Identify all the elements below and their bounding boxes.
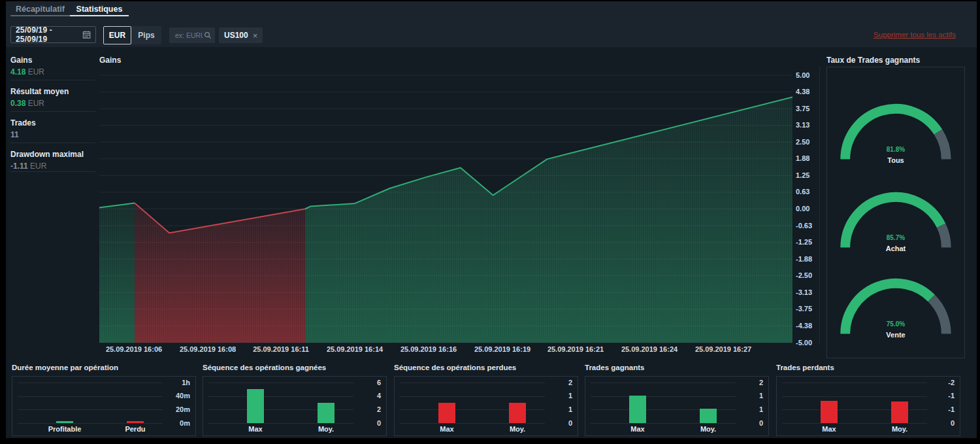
y-axis-tick-label: 1.25 bbox=[796, 171, 809, 180]
y-axis-tick-label: -3.75 bbox=[796, 305, 812, 313]
summary-divider bbox=[10, 111, 95, 112]
gains-area-chart bbox=[99, 67, 792, 347]
mini-x-category-label: Moy. bbox=[682, 425, 734, 433]
y-axis-tick-label: -3.13 bbox=[796, 288, 812, 297]
tab-underline-inactive bbox=[10, 15, 70, 16]
mini-bar-moy bbox=[891, 401, 908, 423]
gauge-percent-value: 85.7% bbox=[827, 234, 964, 241]
summary-stat-item: Résultat moyen0.38 EUR bbox=[10, 87, 95, 108]
screenshot-frame: Récapitulatif Statistiques 25/09/19 - 25… bbox=[0, 0, 980, 444]
win-rate-panel: 81.8%Tous85.7%Achat75.0%Vente bbox=[826, 67, 965, 358]
win-streak-chart: 6420MaxMoy. bbox=[203, 376, 387, 436]
asset-chip-us100[interactable]: US100 × bbox=[219, 27, 263, 43]
summary-stat-label: Résultat moyen bbox=[10, 87, 95, 96]
mini-grid-line bbox=[591, 423, 736, 424]
symbol-search-input[interactable] bbox=[174, 31, 204, 40]
summary-stat-value: 11 bbox=[10, 130, 95, 139]
mini-x-category-label: Moy. bbox=[300, 425, 352, 433]
gauge-percent-value: 81.8% bbox=[827, 146, 964, 153]
mini-bar-max bbox=[247, 389, 264, 423]
mini-x-category-label: Moy. bbox=[491, 425, 544, 433]
symbol-search-field[interactable] bbox=[169, 27, 215, 43]
mini-grid-line bbox=[208, 423, 353, 424]
mini-y-tick-label: 1h bbox=[164, 379, 190, 387]
tab-underline-active bbox=[70, 15, 129, 16]
x-axis-tick-label: 25.09.2019 16:27 bbox=[695, 345, 751, 353]
mini-grid-line bbox=[782, 396, 927, 397]
unit-toggle-group: EUR Pips bbox=[103, 26, 161, 44]
x-axis-tick-label: 25.09.2019 16:11 bbox=[253, 345, 309, 353]
summary-stat-item: Trades11 bbox=[10, 118, 95, 139]
mini-y-tick-label: 1 bbox=[546, 392, 572, 400]
mini-chart-title: Durée moyenne par opération bbox=[12, 364, 196, 373]
mini-bar-profitable bbox=[56, 421, 73, 423]
gains-chart-svg bbox=[99, 67, 792, 345]
summary-stat-label: Drawdown maximal bbox=[10, 150, 95, 159]
mini-chart-title: Séquence des opérations perdues bbox=[394, 364, 578, 373]
mini-y-tick-label: 1 bbox=[546, 405, 572, 414]
summary-stat-label: Gains bbox=[10, 56, 95, 65]
y-axis-tick-label: -1.88 bbox=[796, 255, 812, 264]
gains-x-axis: 25.09.2019 16:0625.09.2019 16:0825.09.20… bbox=[99, 345, 792, 356]
mini-bar-max bbox=[629, 396, 646, 423]
winning-trades-chart: 2110MaxMoy. bbox=[585, 376, 769, 436]
mini-grid-line bbox=[18, 423, 163, 424]
mini-grid-line bbox=[400, 396, 545, 397]
y-axis-tick-label: 4.38 bbox=[796, 88, 809, 96]
mini-y-tick-label: 2 bbox=[546, 379, 572, 387]
mini-x-category-label: Moy. bbox=[874, 425, 926, 433]
mini-y-tick-label: 0 bbox=[737, 419, 763, 428]
mini-grid-line bbox=[208, 396, 353, 397]
x-axis-tick-label: 25.09.2019 16:16 bbox=[400, 345, 457, 353]
gauge-label: Tous bbox=[827, 156, 964, 164]
summary-divider bbox=[10, 171, 95, 172]
mini-chart-title: Trades gagnants bbox=[585, 364, 769, 373]
mini-y-tick-label: -1 bbox=[928, 392, 955, 400]
calendar-icon bbox=[82, 30, 91, 39]
summary-stat-item: Gains4.18 EUR bbox=[10, 56, 95, 77]
panel-losing-trades: Trades perdants -2-1-10MaxMoy. bbox=[776, 364, 960, 373]
summary-divider bbox=[10, 143, 95, 143]
x-axis-tick-label: 25.09.2019 16:24 bbox=[621, 345, 678, 353]
mini-grid-line bbox=[18, 383, 163, 383]
gains-chart-title: Gains bbox=[99, 56, 121, 65]
x-axis-tick-label: 25.09.2019 16:06 bbox=[106, 345, 162, 353]
mini-y-tick-label: 0 bbox=[355, 419, 381, 428]
summary-stat-item: Drawdown maximal-1.11 EUR bbox=[10, 150, 95, 171]
mini-bar-perdu bbox=[127, 421, 144, 423]
search-icon bbox=[204, 31, 212, 39]
mini-y-tick-label: 6 bbox=[355, 379, 381, 387]
mini-y-tick-label: 4 bbox=[355, 392, 381, 400]
asset-chip-label: US100 bbox=[224, 31, 248, 40]
tab-statistiques[interactable]: Statistiques bbox=[70, 3, 129, 16]
x-axis-tick-label: 25.09.2019 16:08 bbox=[180, 345, 236, 353]
y-axis-tick-label: 1.88 bbox=[796, 154, 809, 163]
mini-grid-line bbox=[18, 409, 163, 410]
mini-bar-moy bbox=[318, 403, 335, 423]
unit-button-eur[interactable]: EUR bbox=[103, 26, 131, 44]
x-axis-tick-label: 25.09.2019 16:19 bbox=[474, 345, 531, 353]
mini-x-category-label: Max bbox=[421, 425, 473, 433]
mini-grid-line bbox=[400, 383, 545, 383]
mini-grid-line bbox=[208, 383, 353, 383]
trading-stats-app: Récapitulatif Statistiques 25/09/19 - 25… bbox=[6, 1, 977, 438]
mini-chart-title: Séquence des opérations gagnées bbox=[203, 364, 387, 373]
y-axis-tick-label: -1.25 bbox=[796, 238, 812, 247]
unit-button-pips[interactable]: Pips bbox=[131, 26, 161, 44]
y-axis-tick-label: -2.50 bbox=[796, 271, 812, 280]
area-texture bbox=[305, 97, 792, 343]
clear-all-assets-link[interactable]: Supprimer tous les actifs bbox=[874, 31, 956, 39]
y-axis-tick-label: 5.00 bbox=[796, 71, 809, 80]
tab-recapitulatif[interactable]: Récapitulatif bbox=[10, 3, 70, 16]
area-texture bbox=[99, 203, 135, 343]
mini-bar-max bbox=[438, 403, 455, 423]
y-axis-tick-label: 3.13 bbox=[796, 121, 809, 129]
summary-stat-label: Trades bbox=[10, 118, 95, 128]
gains-y-axis: 5.004.383.753.132.501.881.250.630.00-0.6… bbox=[796, 67, 822, 345]
summary-stat-value: 4.18 EUR bbox=[10, 67, 95, 77]
close-icon[interactable]: × bbox=[253, 31, 258, 40]
date-range-value: 25/09/19 - 25/09/19 bbox=[16, 26, 82, 44]
mini-y-tick-label: 0 bbox=[546, 419, 572, 428]
mini-y-tick-label: 1 bbox=[737, 405, 763, 414]
date-range-picker[interactable]: 25/09/19 - 25/09/19 bbox=[10, 26, 96, 43]
